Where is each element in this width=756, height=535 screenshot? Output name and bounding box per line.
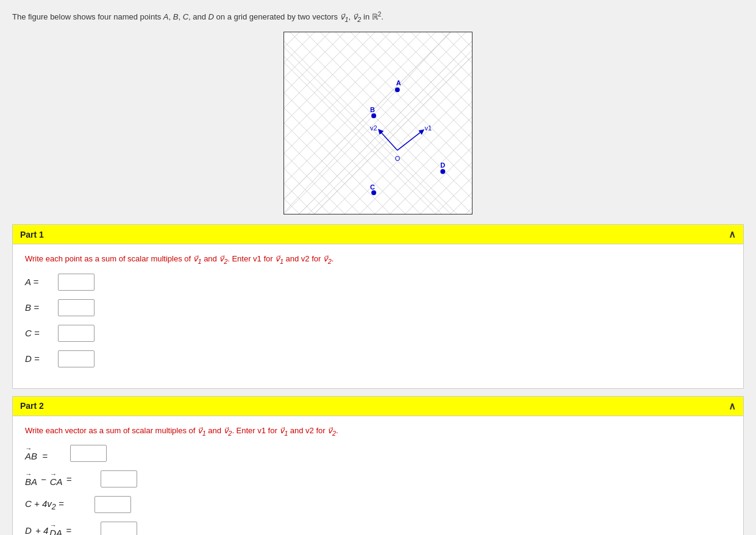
- svg-point-60: [395, 88, 400, 93]
- part2-instruction: Write each vector as a sum of scalar mul…: [25, 426, 731, 437]
- part1-content: Write each point as a sum of scalar mult…: [12, 244, 744, 389]
- part2-chevron[interactable]: ∧: [729, 400, 736, 412]
- grid-figure: v1 v2 O A B C D: [284, 32, 472, 214]
- svg-line-8: [381, 32, 472, 123]
- input-B[interactable]: [58, 299, 94, 316]
- grid-svg: v1 v2 O A B C D: [284, 32, 472, 214]
- equation-row-D: D =: [25, 350, 731, 367]
- part2-content: Write each vector as a sum of scalar mul…: [12, 416, 744, 535]
- svg-point-62: [371, 113, 376, 118]
- svg-line-11: [426, 32, 472, 78]
- part2-label: Part 2: [20, 401, 44, 411]
- svg-text:v2: v2: [370, 124, 377, 132]
- label-C4v2: C + 4v2 =: [25, 498, 92, 511]
- svg-line-5: [335, 32, 472, 169]
- input-C[interactable]: [58, 325, 94, 342]
- part2-section: Part 2 ∧ Write each vector as a sum of s…: [12, 396, 744, 535]
- svg-line-7: [366, 32, 472, 138]
- svg-text:B: B: [370, 106, 375, 113]
- part1-label: Part 1: [20, 230, 44, 239]
- page-container: The figure below shows four named points…: [0, 0, 756, 535]
- intro-text: The figure below shows four named points…: [12, 10, 744, 24]
- part2-header: Part 2 ∧: [12, 396, 744, 416]
- equation-row-C4v2: C + 4v2 =: [25, 496, 731, 513]
- equation-row-AB: → AB =: [25, 445, 731, 462]
- equation-row-A: A =: [25, 274, 731, 291]
- figure-container: v1 v2 O A B C D: [12, 32, 744, 214]
- part1-section: Part 1 ∧ Write each point as a sum of sc…: [12, 224, 744, 389]
- svg-line-42: [284, 32, 299, 48]
- svg-line-18: [284, 108, 396, 214]
- label-A: A =: [25, 277, 55, 287]
- label-B: B =: [25, 302, 55, 313]
- svg-line-36: [284, 32, 390, 138]
- svg-text:D: D: [440, 162, 445, 169]
- svg-point-64: [371, 190, 376, 195]
- equation-row-C: C =: [25, 325, 731, 342]
- svg-line-37: [284, 32, 375, 123]
- equation-row-D4DA: D + 4 → DA =: [25, 522, 731, 535]
- label-D4DA: D + 4 → DA =: [25, 523, 98, 535]
- svg-line-16: [284, 78, 426, 214]
- svg-text:v1: v1: [424, 124, 432, 132]
- part1-header: Part 1 ∧: [12, 224, 744, 244]
- label-AB: → AB =: [25, 446, 68, 461]
- svg-text:A: A: [396, 80, 401, 87]
- input-D4DA[interactable]: [101, 522, 137, 535]
- equation-row-BA-CA: → BA − → CA =: [25, 470, 731, 487]
- svg-line-15: [284, 63, 441, 214]
- svg-line-23: [284, 183, 321, 214]
- svg-line-13: [457, 32, 472, 48]
- input-AB[interactable]: [70, 445, 107, 462]
- svg-line-32: [284, 32, 451, 199]
- svg-line-41: [284, 32, 315, 63]
- svg-text:C: C: [370, 183, 375, 191]
- svg-line-40: [284, 32, 330, 78]
- svg-point-66: [440, 169, 445, 174]
- input-D[interactable]: [58, 350, 94, 367]
- svg-line-3: [305, 32, 472, 199]
- part1-instruction: Write each point as a sum of scalar mult…: [25, 254, 731, 265]
- input-BA-CA[interactable]: [101, 470, 137, 487]
- svg-text:O: O: [395, 155, 400, 162]
- svg-line-38: [284, 32, 360, 108]
- label-D: D =: [25, 353, 55, 364]
- label-C: C =: [25, 328, 55, 338]
- svg-line-19: [284, 123, 381, 214]
- input-A[interactable]: [58, 274, 94, 291]
- svg-line-9: [396, 32, 472, 108]
- input-C4v2[interactable]: [94, 496, 131, 513]
- svg-line-20: [284, 138, 366, 214]
- equation-row-B: B =: [25, 299, 731, 316]
- label-BA-CA: → BA − → CA =: [25, 472, 98, 487]
- part1-chevron[interactable]: ∧: [729, 229, 736, 240]
